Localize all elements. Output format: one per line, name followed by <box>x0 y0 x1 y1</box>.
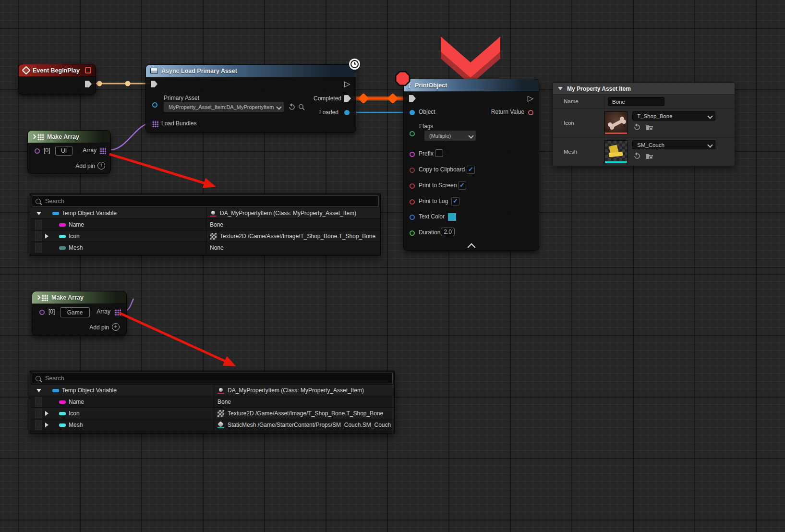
array-output-pin[interactable] <box>114 309 121 315</box>
object-pin[interactable] <box>410 110 415 115</box>
indent-gutter <box>35 397 42 407</box>
array-element-0-input[interactable]: Game <box>60 307 90 317</box>
add-pin-button[interactable] <box>97 162 105 169</box>
node-print-object[interactable]: ƒ PrintObject Object Return Value Flags … <box>403 79 539 251</box>
flags-value: (Multiple) <box>429 133 451 139</box>
prefix-input[interactable] <box>435 149 443 157</box>
return-value-pin[interactable] <box>528 110 533 115</box>
text-color-label: Text Color <box>419 213 445 220</box>
exec-bubble <box>97 81 102 86</box>
blueprint-graph-canvas[interactable]: Event BeginPlay Async Load Primary Asset… <box>0 0 785 532</box>
print-to-log-label: Print to Log <box>419 198 448 205</box>
add-pin-label[interactable]: Add pin <box>89 324 109 331</box>
exec-out-pin[interactable] <box>85 81 92 87</box>
search-icon <box>36 376 41 381</box>
print-to-log-checkbox[interactable] <box>451 197 459 206</box>
node-make-array-top[interactable]: Make Array [0] UI Array Add pin <box>27 130 111 174</box>
node-async-load-primary-asset[interactable]: Async Load Primary Asset Primary Asset M… <box>145 64 356 133</box>
watch-row-label: Mesh <box>69 422 83 428</box>
array-element-0-pin[interactable] <box>35 148 40 154</box>
array-element-0-input[interactable]: UI <box>55 146 72 156</box>
mesh-thumbnail-couch[interactable] <box>604 140 628 163</box>
flags-pin[interactable] <box>410 131 415 136</box>
mesh-pin-pill <box>59 246 66 250</box>
collapse-node-chevron[interactable] <box>468 243 476 252</box>
watch-row-name[interactable]: Name Bone <box>30 218 380 230</box>
search-input[interactable] <box>44 197 351 205</box>
load-bundles-label: Load Bundles <box>161 120 196 127</box>
print-to-screen-pin[interactable] <box>410 183 415 189</box>
browse-to-asset-icon[interactable] <box>646 123 653 131</box>
watch-row-value: Texture2D /Game/Asset/Image/T_Shop_Bone.… <box>217 410 391 417</box>
copy-to-clipboard-pin[interactable] <box>410 168 415 173</box>
add-pin-label[interactable]: Add pin <box>75 163 95 169</box>
watch-row-mesh[interactable]: Mesh None <box>30 242 380 254</box>
search-bar[interactable] <box>32 195 379 207</box>
search-input[interactable] <box>44 375 364 382</box>
node-event-beginplay[interactable]: Event BeginPlay <box>18 64 96 95</box>
watch-row-root[interactable]: Temp Object Variable DA_MyPropertyItem (… <box>30 384 394 396</box>
name-input[interactable] <box>608 97 664 106</box>
class-link[interactable]: MyProperty_Asset_Item <box>293 210 354 217</box>
copy-to-clipboard-checkbox[interactable] <box>467 166 475 174</box>
exec-out-pin[interactable] <box>528 95 533 101</box>
node-make-array-bottom[interactable]: Make Array [0] Game Array Add pin <box>32 291 127 336</box>
completed-exec-pin[interactable] <box>344 95 351 102</box>
watch-row-value: DA_MyPropertyItem (Class: MyProperty_Ass… <box>210 210 377 217</box>
mesh-asset-dropdown[interactable]: SM_Couch <box>632 140 715 149</box>
use-selected-asset-icon[interactable] <box>633 123 641 131</box>
primary-asset-dropdown[interactable]: MyProperty_Asset_Item:DA_MyPropertyItem <box>163 101 284 112</box>
text-color-swatch[interactable] <box>447 213 457 221</box>
watch-row-icon[interactable]: Icon Texture2D /Game/Asset/Image/T_Shop_… <box>30 230 380 242</box>
print-to-log-pin[interactable] <box>410 199 415 205</box>
array-element-0-pin[interactable] <box>39 310 45 315</box>
duration-input[interactable]: 2.0 <box>441 228 455 236</box>
class-link[interactable]: MyProperty_Asset_Item <box>301 387 362 394</box>
watch-row-value: Bone <box>217 399 391 405</box>
watch-row-value: None <box>210 244 377 251</box>
expand-icon[interactable] <box>45 234 48 239</box>
exec-then-pin[interactable] <box>344 81 350 87</box>
mesh-asset-value: SM_Couch <box>637 142 664 148</box>
expand-collapse-icon[interactable] <box>36 212 41 215</box>
watch-row-name[interactable]: Name Bone <box>30 396 394 408</box>
watch-row-root[interactable]: Temp Object Variable DA_MyPropertyItem (… <box>30 207 380 219</box>
flags-dropdown[interactable]: (Multiple) <box>424 130 476 141</box>
loaded-pin[interactable] <box>344 110 350 115</box>
debug-watch-panel-bottom: Temp Object Variable DA_MyPropertyItem (… <box>30 371 395 434</box>
use-selected-asset-icon[interactable] <box>288 103 296 111</box>
load-bundles-pin[interactable] <box>152 121 158 127</box>
search-bar[interactable] <box>32 373 393 384</box>
big-chevron-arrow <box>441 36 500 78</box>
duration-pin[interactable] <box>410 230 415 236</box>
watch-row-label: Name <box>69 221 84 228</box>
array-element-0-label: [0] <box>48 308 55 315</box>
prefix-pin[interactable] <box>410 152 415 157</box>
collapse-icon[interactable] <box>558 87 563 90</box>
text-color-pin[interactable] <box>410 215 415 220</box>
icon-asset-dropdown[interactable]: T_Shop_Bone <box>632 111 715 121</box>
array-output-pin[interactable] <box>99 147 106 154</box>
debug-watch-panel-top: Temp Object Variable DA_MyPropertyItem (… <box>30 193 381 256</box>
exec-in-pin[interactable] <box>409 95 416 102</box>
browse-to-asset-icon[interactable] <box>646 152 653 160</box>
return-value-label: Return Value <box>491 109 524 115</box>
details-header[interactable]: My Property Asset Item <box>553 83 735 95</box>
watch-row-icon[interactable]: Icon Texture2D /Game/Asset/Image/T_Shop_… <box>30 407 394 419</box>
add-pin-button[interactable] <box>112 323 120 331</box>
watch-row-mesh[interactable]: Mesh StaticMesh /Game/StarterContent/Pro… <box>30 419 394 431</box>
use-selected-asset-icon[interactable] <box>633 152 641 160</box>
expand-icon[interactable] <box>45 423 48 427</box>
icon-thumbnail-bone[interactable] <box>604 111 628 134</box>
expand-collapse-icon[interactable] <box>36 389 41 392</box>
exec-in-pin[interactable] <box>151 81 157 87</box>
indent-gutter <box>35 409 42 418</box>
print-to-screen-checkbox[interactable] <box>458 181 466 190</box>
icon-label: Icon <box>564 120 574 126</box>
watch-row-label: Temp Object Variable <box>62 210 117 217</box>
browse-asset-icon[interactable] <box>298 103 305 111</box>
watch-row-value: StaticMesh /Game/StarterContent/Props/SM… <box>217 422 391 428</box>
expand-icon[interactable] <box>45 411 48 416</box>
make-array-icon <box>36 294 48 301</box>
primary-asset-pin[interactable] <box>152 102 157 108</box>
